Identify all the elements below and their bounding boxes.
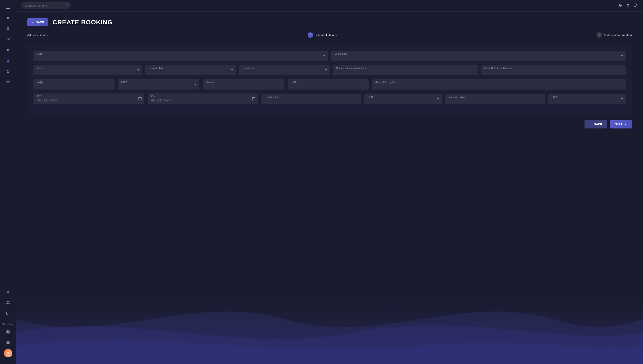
svg-rect-1 bbox=[6, 7, 10, 7]
weight-unit-field: UNIT ▼ bbox=[118, 79, 199, 90]
sidebar-logout-icon[interactable] bbox=[4, 309, 13, 318]
logout-header-icon[interactable] bbox=[634, 3, 638, 8]
dark-mode-icon[interactable] bbox=[618, 3, 622, 8]
sidebar-logo: ✿ bbox=[4, 349, 12, 357]
eta-label: ETA bbox=[151, 95, 155, 98]
sidebar-contacts-icon[interactable] bbox=[4, 56, 13, 65]
sidebar-menu-icon[interactable] bbox=[4, 3, 13, 12]
insurance-value-field: Insurance Value bbox=[445, 94, 545, 104]
etd-field: ETD bbox=[34, 94, 144, 104]
sidebar-users-icon[interactable] bbox=[4, 298, 13, 307]
goods-cur-select[interactable] bbox=[364, 94, 442, 104]
mode-row: Mode ▼ Package Type ▼ bbox=[34, 65, 625, 75]
search-button[interactable] bbox=[65, 4, 68, 8]
destination-select[interactable] bbox=[331, 51, 625, 61]
insurance-cur-field: CUR ▼ bbox=[548, 94, 625, 104]
step-2-label: Shipment Details bbox=[315, 34, 337, 37]
volume-input[interactable] bbox=[203, 79, 284, 90]
mode-select[interactable] bbox=[34, 65, 142, 75]
volume-field: Volume bbox=[203, 79, 284, 90]
step-1: Address Details bbox=[27, 34, 48, 37]
svg-rect-2 bbox=[6, 8, 10, 9]
insurance-value-input[interactable] bbox=[445, 94, 545, 104]
sidebar: About cPortal ✿ bbox=[0, 0, 16, 364]
sidebar-id-card-icon[interactable] bbox=[4, 338, 13, 347]
eta-field: ETA bbox=[148, 94, 258, 104]
svg-rect-0 bbox=[6, 6, 10, 6]
goods-cur-field: CUR ▼ bbox=[364, 94, 442, 104]
page-header: BACK CREATE BOOKING bbox=[27, 18, 632, 26]
origin-field: Origin ▼ bbox=[34, 51, 328, 61]
goods-value-input[interactable] bbox=[261, 94, 361, 104]
user-icon[interactable] bbox=[626, 3, 630, 8]
sidebar-profile-icon[interactable] bbox=[4, 287, 13, 296]
search-container bbox=[22, 2, 71, 9]
topbar bbox=[16, 0, 643, 12]
step-2: 2 Shipment Details bbox=[308, 32, 337, 38]
package-type-field: Package Type ▼ bbox=[145, 65, 235, 75]
sidebar-home-icon[interactable] bbox=[4, 14, 13, 22]
commodity-select[interactable] bbox=[239, 65, 330, 75]
package-type-select[interactable] bbox=[145, 65, 235, 75]
sidebar-reports-icon[interactable] bbox=[4, 78, 13, 86]
order-ref-input[interactable] bbox=[481, 65, 625, 75]
shipper-ref-field: Shipper Reference Number bbox=[333, 65, 478, 75]
goods-value-field: Goods Value bbox=[261, 94, 361, 104]
step-3: 3 Additional Information bbox=[596, 32, 632, 38]
sidebar-orders-icon[interactable] bbox=[4, 24, 13, 33]
content-area: BACK CREATE BOOKING Address Details 2 Sh… bbox=[16, 12, 643, 364]
shipper-ref-input[interactable] bbox=[333, 65, 478, 75]
stepper: Address Details 2 Shipment Details 3 Add… bbox=[27, 32, 632, 38]
commodity-field: Commodity ▼ bbox=[239, 65, 330, 75]
mode-field: Mode ▼ bbox=[34, 65, 142, 75]
next-button[interactable]: NEXT bbox=[610, 120, 632, 128]
origin-dest-row: Origin ▼ Destination ▼ bbox=[34, 51, 625, 61]
nav-buttons: BACK NEXT bbox=[27, 120, 632, 128]
step-1-label: Address Details bbox=[27, 34, 48, 37]
order-ref-field: Order Reference Number bbox=[481, 65, 625, 75]
back-nav-button[interactable]: BACK bbox=[584, 120, 607, 128]
form-container: Origin ▼ Destination ▼ bbox=[27, 44, 632, 114]
volume-unit-select[interactable] bbox=[287, 79, 369, 90]
back-button[interactable]: BACK bbox=[27, 18, 48, 26]
sidebar-quotes-icon[interactable] bbox=[4, 46, 13, 54]
step-line-1 bbox=[50, 35, 305, 35]
wave-background bbox=[16, 297, 643, 364]
etd-input[interactable] bbox=[34, 94, 144, 104]
etd-label: ETD bbox=[37, 95, 41, 98]
sidebar-about-label: About cPortal bbox=[2, 323, 14, 326]
page-title: CREATE BOOKING bbox=[53, 19, 113, 26]
eta-input[interactable] bbox=[148, 94, 258, 104]
weight-input[interactable] bbox=[34, 79, 115, 90]
step-line-2 bbox=[339, 35, 594, 35]
weight-unit-select[interactable] bbox=[118, 79, 199, 90]
topbar-right bbox=[618, 3, 638, 8]
goods-desc-input[interactable] bbox=[372, 79, 625, 90]
weight-field: Weight bbox=[34, 79, 115, 90]
sidebar-analytics-icon[interactable] bbox=[4, 35, 13, 44]
search-input[interactable] bbox=[22, 2, 71, 9]
sidebar-documents-icon[interactable] bbox=[4, 67, 13, 76]
destination-field: Destination ▼ bbox=[331, 51, 625, 61]
volume-unit-field: UNIT ▼ bbox=[287, 79, 369, 90]
date-row: ETD ETA bbox=[34, 94, 625, 104]
step-3-label: Additional Information bbox=[604, 34, 632, 37]
goods-desc-field: Goods Description bbox=[372, 79, 625, 90]
main-area: BACK CREATE BOOKING Address Details 2 Sh… bbox=[16, 0, 643, 364]
insurance-cur-select[interactable] bbox=[548, 94, 625, 104]
step-2-number: 2 bbox=[308, 32, 313, 38]
weight-row: Weight UNIT ▼ Volume bbox=[34, 79, 625, 90]
sidebar-help-icon[interactable] bbox=[4, 328, 13, 336]
origin-select[interactable] bbox=[34, 51, 328, 61]
step-3-number: 3 bbox=[596, 32, 602, 38]
